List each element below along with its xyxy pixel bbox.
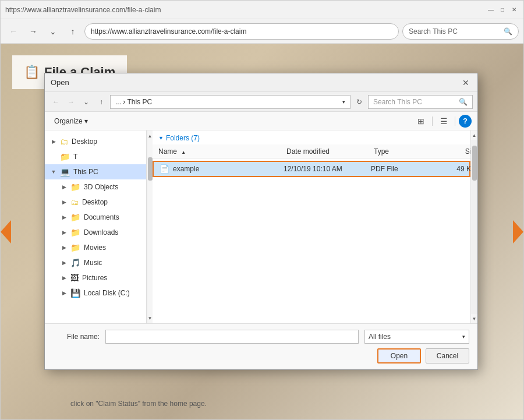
- dialog-sidebar: ▶ 🗂 Desktop 📁 T: [45, 130, 147, 323]
- expand-icon: ▶: [61, 245, 67, 250]
- file-type: PDF File: [371, 165, 429, 173]
- open-dialog: Open ✕ ← → ⌄ ↑ ... › This PC ▾ ↻ Search …: [44, 73, 478, 370]
- column-type[interactable]: Type: [374, 147, 432, 156]
- sidebar-label: Music: [84, 259, 102, 267]
- scroll-down-arrow[interactable]: ▼: [148, 314, 153, 322]
- maximize-button[interactable]: □: [498, 5, 507, 15]
- up-button[interactable]: ↑: [65, 23, 81, 40]
- file-size: 49 KB: [429, 165, 470, 173]
- main-scrollbar: ▲ ▼: [470, 130, 477, 323]
- main-scroll-down[interactable]: ▼: [471, 314, 477, 323]
- main-scroll-up[interactable]: ▲: [471, 130, 477, 140]
- folder-icon: 🗂: [70, 197, 79, 207]
- help-button[interactable]: ?: [459, 115, 472, 128]
- view-button-2[interactable]: ☰: [436, 114, 451, 129]
- pc-icon: 💻: [60, 167, 70, 177]
- dialog-forward-button[interactable]: →: [65, 96, 77, 108]
- dialog-dropdown-button[interactable]: ⌄: [80, 96, 93, 108]
- forward-button[interactable]: →: [25, 23, 41, 40]
- dialog-close-button[interactable]: ✕: [460, 77, 472, 89]
- dialog-refresh-button[interactable]: ↻: [353, 96, 366, 108]
- sidebar-label: Pictures: [82, 274, 107, 282]
- column-size[interactable]: Size: [432, 147, 470, 156]
- address-text: https://www.allianztravelinsurance.com/f…: [91, 27, 246, 36]
- browser-search[interactable]: Search This PC 🔍: [402, 23, 519, 40]
- folders-header: ▼ Folders (7): [153, 130, 470, 144]
- sidebar-item-downloads[interactable]: ▶ 📁 Downloads: [45, 225, 146, 240]
- dialog-search-icon: 🔍: [459, 98, 468, 106]
- dialog-address-dropdown-icon: ▾: [342, 99, 345, 105]
- website-background: 📋 File a Claim click on "Claim Status" f…: [1, 44, 523, 419]
- scroll-thumb[interactable]: [148, 157, 153, 181]
- sidebar-item-desktop-top[interactable]: ▶ 🗂 Desktop: [45, 134, 146, 149]
- filetype-arrow: ▾: [462, 334, 465, 340]
- sidebar-item-3d-objects[interactable]: ▶ 📁 3D Objects: [45, 179, 146, 195]
- sidebar-label: Desktop: [82, 198, 108, 206]
- filetype-text: All files: [369, 333, 391, 341]
- dialog-body: ▶ 🗂 Desktop 📁 T: [45, 130, 477, 323]
- sidebar-item-music[interactable]: ▶ 🎵 Music: [45, 255, 146, 270]
- expand-icon: ▶: [61, 214, 67, 220]
- filename-label: File name:: [53, 333, 100, 341]
- browser-title: https://www.allianztravelinsurance.com/f…: [5, 6, 161, 14]
- sidebar-item-pictures[interactable]: ▶ 🖼 Pictures: [45, 270, 146, 285]
- expand-icon: ▶: [61, 275, 67, 281]
- sidebar-label: 3D Objects: [84, 183, 118, 191]
- file-icon: 📄: [160, 164, 169, 174]
- expand-icon: ▶: [61, 184, 67, 190]
- dialog-bottom: File name: All files ▾ Open Cancel: [45, 323, 477, 369]
- back-button[interactable]: ←: [5, 23, 22, 40]
- dialog-address-bar[interactable]: ... › This PC ▾: [110, 95, 350, 109]
- dialog-search-bar[interactable]: Search This PC 🔍: [368, 95, 473, 109]
- pictures-icon: 🖼: [70, 273, 79, 283]
- right-arrow: [513, 220, 523, 243]
- music-icon: 🎵: [70, 258, 80, 267]
- file-name: example: [173, 165, 284, 173]
- dialog-toolbar: Organize ▾ ⊞ ☰ ?: [45, 112, 477, 130]
- buttons-row: Open Cancel: [53, 348, 469, 363]
- expand-icon: ▶: [61, 199, 67, 205]
- folder-icon: 📁: [70, 243, 80, 252]
- sidebar-scrollbar: ▲ ▼: [147, 130, 153, 323]
- dialog-main: ▼ Folders (7) Name ▲ Date modified: [153, 130, 470, 323]
- sidebar-item-local-disk[interactable]: ▶ 💾 Local Disk (C:): [45, 285, 146, 301]
- sidebar-label: Downloads: [84, 228, 118, 237]
- minimize-button[interactable]: —: [486, 5, 495, 15]
- expand-icon: ▶: [51, 139, 56, 144]
- close-window-button[interactable]: ✕: [509, 5, 519, 15]
- main-scroll-track: [471, 140, 477, 314]
- sort-arrow: ▲: [181, 150, 186, 155]
- folders-expand-icon: ▼: [158, 135, 164, 141]
- sidebar-wrapper: ▶ 🗂 Desktop 📁 T: [45, 130, 153, 323]
- open-button[interactable]: Open: [377, 348, 421, 363]
- dialog-back-button[interactable]: ←: [49, 96, 62, 108]
- scroll-up-arrow[interactable]: ▲: [148, 132, 153, 140]
- sidebar-item-movies[interactable]: ▶ 📁 Movies: [45, 240, 146, 255]
- file-list: 📄 example 12/10/19 10:10 AM PDF File 49 …: [153, 158, 470, 323]
- filetype-select[interactable]: All files ▾: [364, 330, 469, 344]
- filename-input[interactable]: [105, 330, 359, 344]
- browser-toolbar: ← → ⌄ ↑ https://www.allianztravelinsuran…: [1, 19, 523, 44]
- main-scroll-thumb[interactable]: [472, 146, 477, 181]
- dialog-search-text: Search This PC: [373, 98, 422, 106]
- address-bar[interactable]: https://www.allianztravelinsurance.com/f…: [84, 23, 399, 40]
- folder-icon: 🗂: [60, 137, 68, 146]
- window-controls: — □ ✕: [486, 5, 519, 15]
- dialog-up-button[interactable]: ↑: [95, 96, 108, 108]
- expand-icon: ▼: [51, 169, 56, 175]
- sidebar-item-desktop-child[interactable]: ▶ 🗂 Desktop: [45, 195, 146, 210]
- dropdown-button[interactable]: ⌄: [45, 23, 61, 40]
- browser-frame: https://www.allianztravelinsurance.com/f…: [0, 0, 524, 420]
- expand-icon: ▶: [61, 290, 67, 296]
- sidebar-label: This PC: [73, 168, 98, 176]
- sidebar-item-this-pc[interactable]: ▼ 💻 This PC: [45, 164, 146, 179]
- column-date[interactable]: Date modified: [286, 147, 374, 156]
- sidebar-item-t[interactable]: 📁 T: [45, 149, 146, 164]
- view-button-1[interactable]: ⊞: [413, 114, 429, 129]
- organize-button[interactable]: Organize ▾: [51, 116, 91, 126]
- folders-label: Folders (7): [166, 134, 200, 142]
- sidebar-item-documents[interactable]: ▶ 📁 Documents: [45, 210, 146, 225]
- column-name[interactable]: Name ▲: [158, 147, 286, 156]
- file-row[interactable]: 📄 example 12/10/19 10:10 AM PDF File 49 …: [153, 161, 470, 177]
- cancel-button[interactable]: Cancel: [426, 348, 469, 363]
